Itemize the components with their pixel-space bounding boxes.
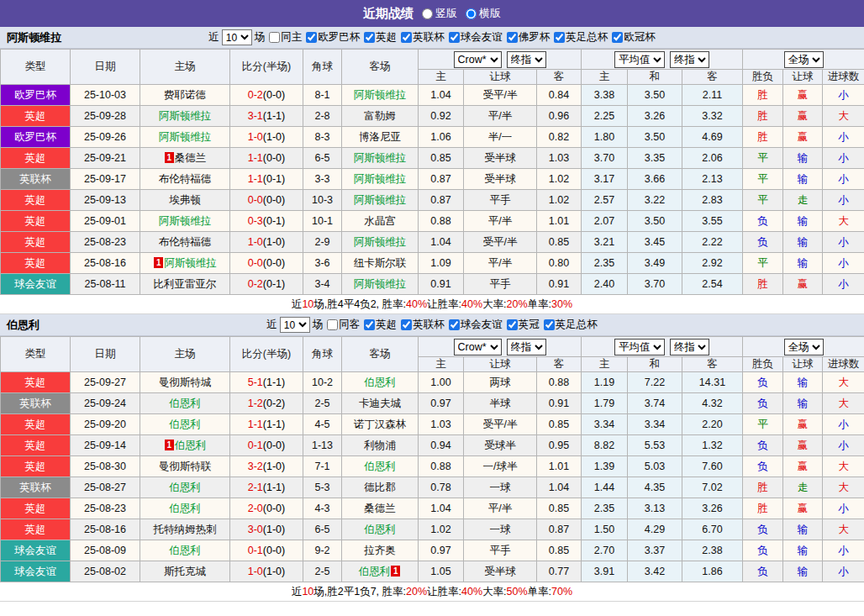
league-filter[interactable]: 欧冠杯 [612,30,656,45]
league-filter[interactable]: 英联杯 [401,318,445,332]
average-odds-select[interactable]: 平均值 [614,339,665,355]
recent-count-select[interactable]: 10 [280,317,310,333]
away-team-name[interactable]: 阿斯顿维拉 [354,89,407,101]
home-team-name[interactable]: 桑德兰 [175,152,207,164]
home-team-name[interactable]: 伯恩利 [169,482,201,493]
final-odds-select-2[interactable]: 终指 [670,51,709,68]
recent-count-select[interactable]: 10 [222,29,252,45]
away-team-name[interactable]: 诺丁汉森林 [354,419,407,430]
fullmatch-select[interactable]: 全场 [784,339,824,355]
away-team-name[interactable]: 卡迪夫城 [359,398,401,409]
result-cell: 负 [743,456,783,477]
league-filter[interactable]: 球会友谊 [449,30,503,45]
away-team-name[interactable]: 拉齐奥 [364,545,396,556]
league-filter[interactable]: 佛罗杯 [507,30,551,45]
away-team-name[interactable]: 水晶宫 [364,215,396,227]
league-filter[interactable]: 英联杯 [401,30,445,45]
home-team-name[interactable]: 伯恩利 [169,398,201,409]
fullmatch-select[interactable]: 全场 [784,51,824,68]
league-filter[interactable]: 球会友谊 [449,318,503,332]
league-checkbox[interactable] [544,319,555,330]
fulltime-score: 5-1 [248,376,263,388]
league-checkbox[interactable] [306,32,317,43]
league-checkbox[interactable] [401,32,412,43]
away-team-cell: 拉齐奥 [342,540,419,561]
league-filter[interactable]: 英超 [364,318,397,332]
league-checkbox[interactable] [507,319,518,330]
halftime-score: (0-0) [263,257,285,269]
league-filter[interactable]: 英足总杯 [554,30,608,45]
avg-away-odds: 2.11 [682,85,743,106]
league-checkbox[interactable] [364,319,375,330]
crow-company-select[interactable]: Crow* [454,339,502,355]
result-cell: 负 [743,519,783,540]
final-odds-select-2[interactable]: 终指 [670,339,709,355]
average-odds-select[interactable]: 平均值 [614,51,665,68]
home-team-name[interactable]: 伯恩利 [175,440,207,451]
corners-cell: 2-8 [303,106,342,127]
halftime-score: (0-1) [263,173,285,185]
layout-option-vertical[interactable]: 竖版 [422,6,457,21]
home-team-cell: 托特纳姆热刺 [140,519,230,540]
same-venue-filter[interactable]: 同主 [269,30,302,45]
away-team-name[interactable]: 伯恩利 [364,461,396,472]
league-checkbox[interactable] [554,32,565,43]
away-team-name[interactable]: 阿斯顿维拉 [354,194,407,206]
away-team-name[interactable]: 阿斯顿维拉 [354,152,407,164]
away-team-name[interactable]: 阿斯顿维拉 [354,173,407,185]
league-checkbox[interactable] [364,32,375,43]
horizontal-layout-radio[interactable] [466,8,477,19]
away-team-name[interactable]: 纽卡斯尔联 [354,257,407,269]
league-checkbox[interactable] [449,319,460,330]
away-team-name[interactable]: 博洛尼亚 [359,131,401,143]
home-team-name[interactable]: 布伦特福德 [159,236,212,248]
home-team-name[interactable]: 伯恩利 [169,419,201,430]
same-venue-checkbox[interactable] [327,319,338,330]
home-team-name[interactable]: 斯托克城 [164,566,206,577]
home-team-name[interactable]: 伯恩利 [169,503,201,514]
home-team-name[interactable]: 埃弗顿 [169,194,201,206]
home-team-name[interactable]: 阿斯顿维拉 [164,257,217,269]
same-venue-checkbox[interactable] [269,32,280,43]
crow-company-select[interactable]: Crow* [454,51,502,68]
home-team-name[interactable]: 比利亚雷亚尔 [154,278,217,290]
vertical-layout-radio[interactable] [422,8,433,19]
league-badge: 欧罗巴杯 [1,127,71,148]
crow-away-odds: 1.04 [537,477,582,498]
away-team-name[interactable]: 伯恩利 [364,524,396,535]
away-team-name[interactable]: 阿斯顿维拉 [354,236,407,248]
away-team-name[interactable]: 德比郡 [364,482,396,493]
home-team-name[interactable]: 曼彻斯特联 [159,461,212,472]
home-team-name[interactable]: 费耶诺德 [164,89,206,101]
home-team-name[interactable]: 阿斯顿维拉 [159,131,212,143]
league-checkbox[interactable] [507,32,518,43]
league-checkbox[interactable] [401,319,412,330]
home-team-name[interactable]: 阿斯顿维拉 [159,110,212,122]
final-odds-select[interactable]: 终指 [507,339,546,355]
league-filter[interactable]: 欧罗巴杯 [306,30,360,45]
home-team-name[interactable]: 曼彻斯特城 [159,376,212,388]
league-checkbox[interactable] [449,32,460,43]
away-team-name[interactable]: 阿斯顿维拉 [354,278,407,290]
home-team-name[interactable]: 伯恩利 [169,545,201,556]
same-venue-filter[interactable]: 同客 [327,318,360,332]
league-checkbox[interactable] [612,32,623,43]
away-team-name[interactable]: 富勒姆 [364,110,396,122]
home-team-name[interactable]: 布伦特福德 [159,173,212,185]
fulltime-score: 1-2 [248,398,263,409]
league-filter[interactable]: 英足总杯 [544,318,598,332]
away-team-name[interactable]: 伯恩利 [359,566,391,577]
layout-option-horizontal[interactable]: 横版 [466,6,501,21]
final-odds-select[interactable]: 终指 [507,51,546,68]
avg-away-odds: 2.20 [682,414,743,435]
score-cell: 1-0(1-0) [230,127,303,148]
away-team-name[interactable]: 桑德兰 [364,503,396,514]
home-team-name[interactable]: 阿斯顿维拉 [159,215,212,227]
league-filter[interactable]: 英超 [364,30,397,45]
away-team-name[interactable]: 利物浦 [364,440,396,451]
avg-away-odds: 1.32 [682,435,743,456]
home-team-name[interactable]: 托特纳姆热刺 [154,524,217,535]
away-team-name[interactable]: 伯恩利 [364,376,396,388]
fulltime-score: 0-3 [248,215,263,227]
league-filter[interactable]: 英冠 [507,318,540,332]
